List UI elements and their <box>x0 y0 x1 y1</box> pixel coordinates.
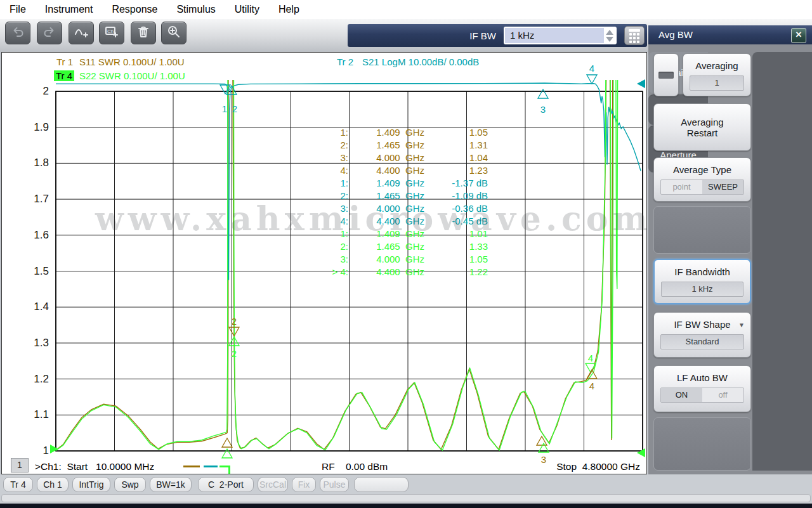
bottom-status-bar: Tr 4 Ch 1 IntTrig Swp BW=1k C 2-Port Src… <box>0 474 812 508</box>
menu-file[interactable]: File <box>0 4 36 15</box>
y-tick: 1.1 <box>22 408 49 421</box>
ifbw-spinner[interactable] <box>604 28 615 43</box>
marker-row: 4:4.400 GHz-0.45 dB <box>318 215 488 228</box>
marker-triangle-icon <box>222 449 232 458</box>
trace4-color-key-drop <box>228 466 230 474</box>
trace1-id[interactable]: Tr 1 <box>56 56 73 67</box>
lf-auto-bw-button[interactable]: LF Auto BW ON off <box>653 365 751 412</box>
y-tick: 1.4 <box>22 301 49 313</box>
trace4-id-active[interactable]: Tr 4 <box>54 70 74 81</box>
stop-frequency-label: Stop 4.80000 GHz <box>556 461 640 472</box>
channel-status-line: >Ch1: Start 10.0000 MHz RF 0.00 dBm Stop… <box>2 457 646 474</box>
average-type-sweep[interactable]: SWEEP <box>702 180 743 194</box>
keypad-button[interactable] <box>624 26 645 45</box>
y-tick: 1.2 <box>22 373 49 386</box>
menu-response[interactable]: Response <box>102 4 167 15</box>
spinner-up-icon[interactable] <box>606 30 613 35</box>
status-cal-button[interactable]: C 2-Port <box>198 477 254 492</box>
if-bw-shape-button[interactable]: IF BW Shape ▼ Standard <box>653 312 751 358</box>
marker-row: 3:4.000 GHz1.05 <box>318 253 488 266</box>
status-blank-button <box>354 477 409 492</box>
zoom-button[interactable] <box>161 22 187 44</box>
trace1-desc: S11 SWR 0.100U/ 1.00U <box>79 56 185 67</box>
marker-number: 3 <box>540 104 546 115</box>
average-type-button[interactable]: Average Type point SWEEP <box>653 157 751 202</box>
averaging-led-icon <box>658 72 674 79</box>
marker-triangle-icon <box>587 75 597 84</box>
ifbw-value[interactable]: 1 kHz <box>505 28 604 43</box>
lf-auto-bw-on[interactable]: ON <box>661 388 702 402</box>
marker-row: 2:1.465 GHz1.33 <box>318 240 488 253</box>
average-type-point[interactable]: point <box>661 180 702 194</box>
spinner-down-icon[interactable] <box>606 37 613 42</box>
redo-button[interactable] <box>37 22 62 44</box>
close-icon: ✕ <box>796 30 802 39</box>
averaging-toggle-button[interactable] <box>653 53 679 96</box>
svg-text:Ch: Ch <box>107 29 114 34</box>
y-tick: 1.3 <box>22 337 49 349</box>
y-tick: 1.7 <box>22 193 49 205</box>
status-trigger-button[interactable]: IntTrig <box>72 477 110 492</box>
lf-auto-bw-off[interactable]: off <box>702 388 743 402</box>
menu-instrument[interactable]: Instrument <box>36 4 103 15</box>
zoom-icon <box>167 25 181 41</box>
marker-triangle-icon <box>222 438 232 447</box>
marker-triangle-icon <box>538 89 548 98</box>
marker-row: > 4:4.400 GHz1.22 <box>318 266 488 278</box>
menu-help[interactable]: Help <box>269 4 309 15</box>
panel-tab-column <box>752 52 812 471</box>
marker-row: 2:1.465 GHz-1.09 dB <box>318 190 488 202</box>
message-strip <box>1 494 811 502</box>
add-trace-icon <box>74 25 88 41</box>
y-tick: 1.6 <box>22 229 49 242</box>
marker-row: 1:1.409 GHz-1.37 dB <box>318 177 488 190</box>
y-tick: 1.9 <box>22 121 49 134</box>
marker-number: 4 <box>589 63 594 74</box>
marker-number: 2 <box>232 103 237 114</box>
close-panel-button[interactable]: ✕ <box>791 28 806 43</box>
marker-row: 1:1.409 GHz1.05 <box>318 126 488 139</box>
status-fix-button: Fix <box>292 477 316 492</box>
marker-number: 1 <box>222 103 227 114</box>
status-trace-button[interactable]: Tr 4 <box>3 477 33 492</box>
marker-row: 2:1.465 GHz1.31 <box>318 139 488 152</box>
rf-power-label: RF 0.00 dBm <box>322 461 388 472</box>
menu-stimulus[interactable]: Stimulus <box>167 4 225 15</box>
window-bottom-edge <box>0 504 812 508</box>
if-bandwidth-value: 1 kHz <box>661 282 743 297</box>
averaging-button[interactable]: Averaging 1 <box>683 53 751 96</box>
add-channel-button[interactable]: Ch <box>99 22 124 44</box>
marker-row: 3:4.000 GHz1.04 <box>318 152 488 164</box>
marker-number: 4 <box>589 381 594 391</box>
marker-row: 1:1.409 GHz1.01 <box>318 228 488 240</box>
averaging-restart-button[interactable]: Averaging Restart <box>653 103 751 151</box>
undo-button[interactable] <box>5 22 30 44</box>
ifbw-quick-bar: IF BW 1 kHz <box>348 24 647 47</box>
trace2-color-key <box>204 466 218 467</box>
averaging-value: 1 <box>690 75 744 91</box>
marker-row: 4:4.400 GHz1.23 <box>318 164 488 177</box>
chart-window: 123422344 Tr 1 S11 SWR 0.100U/ 1.00U Tr … <box>1 52 647 474</box>
y-tick: 2 <box>22 85 49 98</box>
menu-utility[interactable]: Utility <box>225 4 269 15</box>
trace2-id[interactable]: Tr 2 <box>337 56 353 67</box>
status-channel-button[interactable]: Ch 1 <box>37 477 69 492</box>
add-trace-button[interactable] <box>69 22 94 44</box>
undo-icon <box>11 25 25 41</box>
if-bandwidth-button[interactable]: IF Bandwidth 1 kHz <box>653 259 751 304</box>
average-type-segment[interactable]: point SWEEP <box>660 179 744 195</box>
lf-auto-bw-segment[interactable]: ON off <box>660 388 744 403</box>
if-bw-shape-value: Standard <box>660 334 744 349</box>
delete-trace-button[interactable] <box>131 22 156 44</box>
redo-icon <box>43 25 56 41</box>
y-tick: 1.5 <box>22 265 49 278</box>
status-bandwidth-button[interactable]: BW=1k <box>150 477 192 492</box>
ifbw-input[interactable]: 1 kHz <box>504 27 617 44</box>
ifbw-label: IF BW <box>469 30 496 41</box>
vna-application-window: File Instrument Response Stimulus Utilit… <box>0 0 812 508</box>
marker-number: 2 <box>232 348 237 359</box>
keypad-icon <box>629 29 640 32</box>
start-frequency-label: >Ch1: Start 10.0000 MHz <box>35 461 154 472</box>
blank-softkey <box>653 206 751 254</box>
status-sweep-button[interactable]: Swp <box>114 477 146 492</box>
